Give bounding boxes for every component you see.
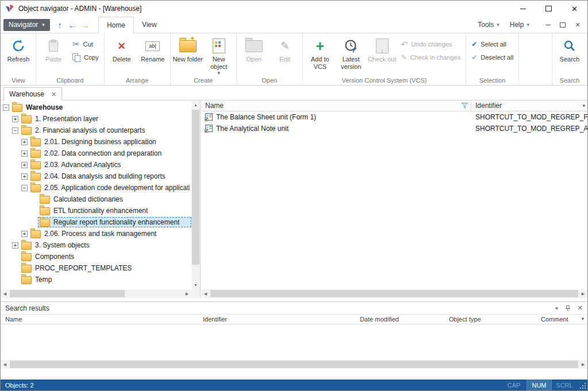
tree-item[interactable]: − 2.05. Application code development for… [1, 182, 191, 193]
scroll-right-arrow[interactable]: ▶ [579, 360, 587, 369]
open-button[interactable]: Open [239, 34, 270, 63]
check-out-button[interactable]: ↓ Check out [367, 34, 398, 63]
tree-item[interactable]: + 3. System objects [1, 239, 191, 251]
list-horizontal-scrollbar[interactable]: ◀ ▶ [201, 289, 587, 298]
scroll-right-arrow[interactable]: ▶ [183, 289, 191, 298]
refresh-button[interactable]: Refresh [3, 34, 34, 63]
maximize-button[interactable] [536, 1, 562, 17]
scroll-up-arrow[interactable]: ▲ [191, 100, 200, 109]
tools-menu[interactable]: Tools ▾ [472, 21, 505, 29]
tree-item[interactable]: Calculated dictionaries [1, 193, 191, 205]
filter-icon[interactable] [462, 103, 468, 109]
tree-item[interactable]: ETL functionality enhancement [1, 205, 191, 216]
tree-item-warehouse[interactable]: − Warehouse [1, 102, 191, 113]
up-arrow-button[interactable]: ↑ [53, 18, 66, 31]
tree-item[interactable]: + 2.01. Designing business application [1, 136, 191, 148]
expand-icon[interactable]: + [21, 162, 28, 168]
tab-view[interactable]: View [134, 17, 165, 33]
close-button[interactable]: ✕ [562, 1, 587, 17]
undo-changes-button[interactable]: ↶ Undo changes [398, 38, 464, 49]
tree-item[interactable]: PROC_REPORT_TEMPLATES [1, 262, 191, 274]
tree-item[interactable]: + 2.02. Data connection and preparation [1, 148, 191, 159]
undo-icon: ↶ [401, 40, 408, 49]
scroll-lock-indicator: SCRL [552, 380, 577, 390]
pin-icon[interactable] [565, 305, 571, 311]
forward-arrow-button[interactable]: → [79, 18, 91, 31]
new-object-button[interactable]: New object ▾ [203, 34, 235, 76]
deselect-all-button[interactable]: ✔ Deselect all [468, 52, 517, 63]
tree-item[interactable]: + 2.04. Data analysis and building repor… [1, 171, 191, 182]
ribbon-group-open: Open ✎ Edit Open [237, 33, 303, 85]
scroll-down-arrow[interactable]: ▼ [191, 281, 200, 289]
minimize-button[interactable] [510, 1, 536, 17]
edit-button[interactable]: ✎ Edit [270, 34, 301, 63]
back-arrow-button[interactable]: ← [66, 18, 79, 31]
select-all-button[interactable]: ✔ Select all [468, 38, 517, 49]
expand-icon[interactable]: + [21, 173, 28, 180]
scroll-left-arrow[interactable]: ◀ [1, 360, 9, 369]
group-label-selection: Selection [466, 77, 518, 84]
scroll-thumb[interactable] [10, 290, 125, 297]
cut-button[interactable]: ✂ Cut [69, 38, 102, 49]
column-name-label: Name [205, 102, 224, 110]
check-in-changes-button[interactable]: ✎ Check in changes [398, 52, 464, 63]
column-header-name[interactable]: Name [201, 100, 471, 111]
add-to-vcs-button[interactable]: + Add to VCS [305, 34, 336, 71]
group-label-arrange: Arrange [105, 77, 170, 84]
column-date-modified[interactable]: Date modified [360, 316, 399, 323]
copy-button[interactable]: Copy [69, 52, 102, 63]
column-object-type[interactable]: Object type [449, 316, 481, 323]
list-row-balance-sheet[interactable]: The Balance Sheet unit (Form 1) SHORTCUT… [201, 111, 587, 123]
expand-icon[interactable]: + [21, 150, 28, 157]
tree-item[interactable]: − 2. Financial analysis of counterparts [1, 125, 191, 136]
tree-vertical-scrollbar[interactable]: ▲ ▼ [191, 100, 200, 289]
navigator-menu-button[interactable]: Navigator ▾ [3, 19, 50, 31]
expand-icon[interactable]: + [21, 231, 28, 237]
scroll-right-arrow[interactable]: ▶ [579, 289, 587, 298]
tree-item[interactable]: + 2.06. Process and task management [1, 228, 191, 239]
latest-version-button[interactable]: Latest version [336, 34, 367, 71]
scroll-left-arrow[interactable]: ◀ [201, 289, 210, 298]
collapse-icon[interactable]: − [3, 104, 9, 111]
search-button[interactable]: Search [554, 34, 585, 63]
scroll-left-arrow[interactable]: ◀ [1, 289, 9, 298]
rename-button[interactable]: ab| Rename [137, 34, 168, 63]
column-header-identifier[interactable]: Identifier ▾ [471, 100, 587, 111]
expander-spacer [12, 254, 18, 260]
expand-icon[interactable]: + [12, 116, 18, 122]
mdi-close-button[interactable]: ✕ [570, 18, 585, 31]
results-horizontal-scrollbar[interactable]: ◀ ▶ [1, 360, 587, 369]
column-identifier[interactable]: Identifier [203, 316, 227, 323]
new-folder-button[interactable]: ✦ New folder [172, 34, 203, 63]
tab-close-icon[interactable]: ✕ [51, 91, 56, 98]
column-chooser-icon[interactable]: ▾ [581, 316, 584, 322]
mdi-restore-button[interactable] [555, 18, 570, 31]
panel-close-icon[interactable]: ✕ [578, 304, 583, 312]
collapse-icon[interactable]: − [12, 127, 18, 134]
scroll-thumb[interactable] [192, 110, 199, 265]
tree-item[interactable]: Components [1, 251, 191, 262]
collapse-icon[interactable]: − [21, 185, 28, 191]
list-row-analytical-note[interactable]: The Analytical Note unit SHORTCUT_TO_MOD… [201, 123, 587, 134]
column-name[interactable]: Name [5, 316, 22, 323]
tree-item-selected[interactable]: Regular report functionality enhancement [1, 216, 191, 228]
help-menu[interactable]: Help ▾ [505, 21, 535, 29]
resize-grip[interactable] [577, 380, 587, 390]
tree-item[interactable]: + 2.03. Advanced Analytics [1, 159, 191, 171]
tree-horizontal-scrollbar[interactable]: ◀ ▶ [1, 289, 191, 298]
tab-home[interactable]: Home [98, 17, 134, 33]
tree-item[interactable]: + 1. Presentation layer [1, 113, 191, 125]
scroll-thumb[interactable] [210, 290, 578, 297]
column-chooser-icon[interactable]: ▾ [582, 103, 585, 109]
expand-icon[interactable]: + [21, 139, 28, 145]
mdi-minimize-button[interactable] [540, 18, 555, 31]
delete-button[interactable]: ✕ Delete [106, 34, 137, 63]
column-comment[interactable]: Comment [541, 316, 568, 323]
expand-icon[interactable]: + [12, 242, 18, 249]
tab-warehouse[interactable]: Warehouse ✕ [3, 87, 62, 100]
paste-button[interactable]: Paste [38, 34, 69, 63]
ribbon-tab-row: Navigator ▾ ↑ ← → Home View Tools ▾ Help… [1, 17, 587, 33]
tree-item[interactable]: Temp [1, 274, 191, 285]
panel-menu-icon[interactable]: ▾ [555, 305, 558, 311]
scroll-thumb[interactable] [10, 361, 578, 368]
